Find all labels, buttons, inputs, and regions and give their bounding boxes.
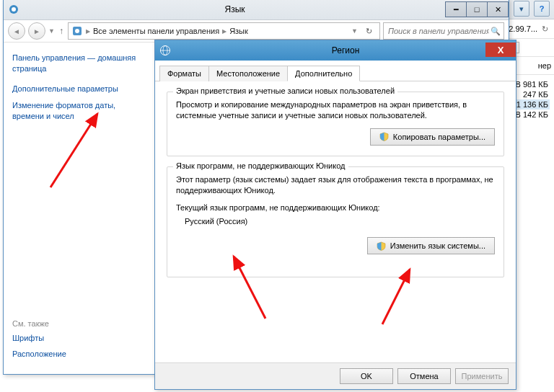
current-language-value: Русский (Россия) <box>185 216 495 227</box>
window-controls: ━ □ ✕ <box>446 1 509 17</box>
sidebar: Панель управления — домашняя страница До… <box>4 43 154 374</box>
copy-settings-button[interactable]: Копировать параметры... <box>370 128 495 146</box>
tab-formats[interactable]: Форматы <box>159 66 209 81</box>
window-title: Язык <box>24 4 446 14</box>
chevron-down-icon[interactable]: ▼ <box>351 27 358 35</box>
button-label: Копировать параметры... <box>393 133 485 141</box>
chevron-right-icon: ▶ <box>86 28 90 35</box>
app-icon <box>8 4 19 15</box>
dialog-title: Регион <box>175 45 516 55</box>
sidebar-link-fonts[interactable]: Шрифты <box>12 334 66 342</box>
minimize-button[interactable]: ━ <box>445 1 467 17</box>
dialog-button-row: OK Отмена Применить <box>155 362 516 389</box>
svg-point-3 <box>75 29 79 33</box>
sidebar-link-formats[interactable]: Изменение форматов даты, времени и чисел <box>12 100 146 122</box>
current-language-label: Текущий язык программ, не поддерживающих… <box>176 202 495 213</box>
crumb-2[interactable]: Язык <box>229 27 248 35</box>
globe-icon <box>159 45 171 56</box>
search-icon[interactable]: 🔍 <box>491 27 501 36</box>
search-input[interactable] <box>387 26 491 36</box>
crumb-1[interactable]: Все элементы панели управления <box>93 27 219 35</box>
titlebar: Язык ━ □ ✕ <box>4 0 509 20</box>
maximize-button[interactable]: □ <box>466 1 488 17</box>
tab-advanced[interactable]: Дополнительно <box>287 66 360 81</box>
history-dropdown-icon[interactable]: ▼ <box>48 27 55 35</box>
sidebar-link-additional[interactable]: Дополнительные параметры <box>12 84 146 93</box>
path-fragment: _2.99.7... <box>504 24 537 33</box>
help-icon[interactable]: ? <box>534 1 550 17</box>
up-button[interactable]: ↑ <box>59 26 63 36</box>
forward-button[interactable]: ► <box>28 22 45 40</box>
ok-button[interactable]: OK <box>340 368 393 384</box>
control-panel-icon <box>71 25 83 37</box>
breadcrumb[interactable]: ▶ Все элементы панели управления ▶ Язык … <box>68 22 380 40</box>
refresh-icon[interactable]: ↻ <box>361 23 377 39</box>
refresh-icon[interactable]: ↻ <box>542 24 548 34</box>
shield-icon <box>377 241 386 251</box>
group-label: Экран приветствия и учетные записи новых… <box>173 86 397 95</box>
dialog-titlebar: Регион X <box>155 40 516 61</box>
button-label: Изменить язык системы... <box>390 241 485 250</box>
non-unicode-group: Язык программ, не поддерживающих Юникод … <box>167 166 504 277</box>
group-text: Просмотр и копирование международных пар… <box>176 99 495 121</box>
group-text: Этот параметр (язык системы) задает язык… <box>176 174 495 196</box>
shield-icon <box>379 132 389 141</box>
tab-bar: Форматы Местоположение Дополнительно <box>155 61 516 81</box>
tab-location[interactable]: Местоположение <box>208 66 288 81</box>
search-box[interactable]: 🔍 <box>383 22 504 40</box>
svg-point-1 <box>12 7 16 12</box>
welcome-screen-group: Экран приветствия и учетные записи новых… <box>167 92 504 156</box>
back-button[interactable]: ◄ <box>8 22 25 40</box>
explorer-down-icon[interactable]: ▾ <box>514 1 529 17</box>
apply-button[interactable]: Применить <box>455 368 509 384</box>
chevron-right-icon: ▶ <box>222 28 227 35</box>
sidebar-link-location[interactable]: Расположение <box>12 349 66 358</box>
cancel-button[interactable]: Отмена <box>397 368 451 384</box>
control-panel-home-link[interactable]: Панель управления — домашняя страница <box>12 53 146 74</box>
group-label: Язык программ, не поддерживающих Юникод <box>173 161 348 170</box>
see-also-label: См. также <box>12 319 66 328</box>
change-system-locale-button[interactable]: Изменить язык системы... <box>367 237 495 254</box>
region-dialog: Регион X Форматы Местоположение Дополнит… <box>154 40 516 390</box>
dialog-close-button[interactable]: X <box>485 43 516 57</box>
close-button[interactable]: ✕ <box>487 1 509 17</box>
